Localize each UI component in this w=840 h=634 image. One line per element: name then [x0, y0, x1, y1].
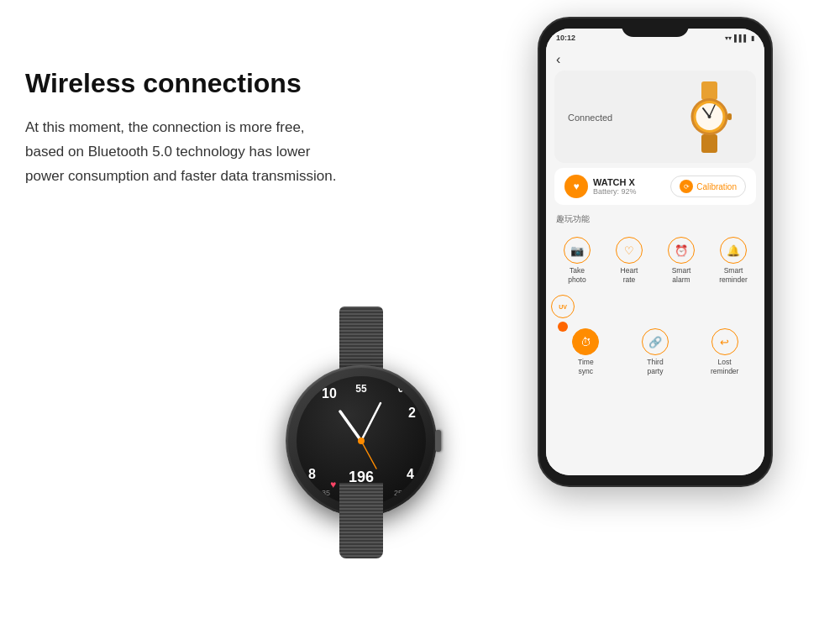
back-button[interactable]: ‹ — [556, 52, 560, 67]
third-party-label: Thirdparty — [647, 358, 663, 376]
smart-reminder-label: Smartreminder — [719, 266, 748, 285]
device-info: WATCH X Battery: 92% — [593, 177, 637, 196]
uv-badge[interactable]: UV — [551, 295, 575, 318]
svg-line-11 — [361, 441, 376, 469]
watch-physical-body: 10 55 05 2 4 8 35 25 — [277, 307, 445, 558]
wifi-icon: ▾▾ — [725, 34, 732, 42]
status-icons: ▾▾ ▌▌▌ ▮ — [725, 34, 754, 42]
third-party-icon: 🔗 — [642, 328, 669, 355]
phone-screen: 10:12 ▾▾ ▌▌▌ ▮ ‹ Connected — [546, 29, 764, 475]
lost-reminder-label: Lostreminder — [711, 358, 739, 376]
smartwatch-physical: 10 55 05 2 4 8 35 25 — [244, 340, 445, 609]
camera-icon: 📷 — [564, 237, 591, 264]
svg-line-9 — [340, 411, 361, 441]
time-sync-icon: ⏱ — [572, 328, 599, 355]
features-grid-1: 📷 Takephoto ♡ Heartrate ⏰ Smartalarm 🔔 S… — [546, 228, 764, 293]
feature-smart-reminder[interactable]: 🔔 Smartreminder — [707, 232, 759, 290]
device-icon: ♥ — [564, 175, 588, 198]
svg-point-12 — [358, 438, 365, 444]
svg-point-7 — [707, 115, 711, 118]
smart-alarm-label: Smartalarm — [672, 266, 691, 285]
lost-reminder-icon: ↩ — [711, 328, 738, 355]
watch-svg — [678, 81, 741, 153]
active-indicator — [558, 322, 568, 332]
device-name: WATCH X — [593, 177, 637, 187]
watch-crown-button[interactable] — [435, 430, 441, 452]
watch-heart-icon: ♥ — [330, 479, 336, 490]
svg-line-10 — [361, 403, 381, 441]
features-grid-2: ⏱ Timesync 🔗 Thirdparty ↩ Lostreminder — [546, 320, 764, 385]
app-content: ‹ Connected — [546, 47, 764, 475]
feature-time-sync[interactable]: ⏱ Timesync — [551, 323, 621, 381]
battery-icon: ▮ — [751, 34, 754, 42]
heart-rate-icon: ♡ — [616, 237, 643, 264]
main-title: Wireless connections — [25, 67, 344, 99]
left-section: Wireless connections At this moment, the… — [25, 67, 344, 189]
description-text: At this moment, the connection is more f… — [25, 116, 344, 189]
signal-icon: ▌▌▌ — [734, 34, 748, 42]
uv-label: UV — [559, 304, 567, 310]
device-battery: Battery: 92% — [593, 187, 637, 196]
calibration-label: Calibration — [696, 182, 737, 191]
feature-smart-alarm[interactable]: ⏰ Smartalarm — [655, 232, 707, 290]
watch-illustration — [675, 79, 743, 155]
app-header: ‹ — [546, 47, 764, 71]
status-time: 10:12 — [556, 34, 575, 42]
alarm-icon: ⏰ — [668, 237, 695, 264]
feature-heart-rate[interactable]: ♡ Heartrate — [603, 232, 655, 290]
svg-rect-1 — [701, 134, 717, 153]
activity-icon: ♥ — [573, 181, 579, 192]
feature-take-photo[interactable]: 📷 Takephoto — [551, 232, 603, 290]
reminder-icon: 🔔 — [720, 237, 747, 264]
connected-text: Connected — [568, 113, 612, 123]
strap-top — [339, 307, 383, 374]
feature-lost-reminder[interactable]: ↩ Lostreminder — [690, 323, 759, 381]
time-sync-label: Timesync — [578, 358, 594, 376]
uv-row: UV — [546, 293, 764, 320]
heart-rate-label: Heartrate — [621, 266, 638, 285]
phone-outer-shell: 10:12 ▾▾ ▌▌▌ ▮ ‹ Connected — [538, 17, 773, 487]
svg-rect-0 — [701, 81, 717, 100]
watch-display-area: Connected — [554, 71, 756, 163]
connected-label: Connected — [568, 109, 612, 124]
take-photo-label: Takephoto — [568, 266, 585, 285]
strap-bottom — [339, 483, 383, 558]
calibration-icon: ⟳ — [680, 180, 693, 193]
calibration-button[interactable]: ⟳ Calibration — [670, 176, 746, 197]
svg-rect-8 — [727, 113, 732, 120]
device-left: ♥ WATCH X Battery: 92% — [564, 175, 637, 198]
features-section-label: 趣玩功能 — [546, 210, 764, 228]
phone-mockup: 10:12 ▾▾ ▌▌▌ ▮ ‹ Connected — [538, 17, 773, 487]
phone-notch — [622, 18, 689, 37]
feature-third-party[interactable]: 🔗 Thirdparty — [621, 323, 690, 381]
device-row: ♥ WATCH X Battery: 92% ⟳ Calibration — [554, 168, 756, 205]
